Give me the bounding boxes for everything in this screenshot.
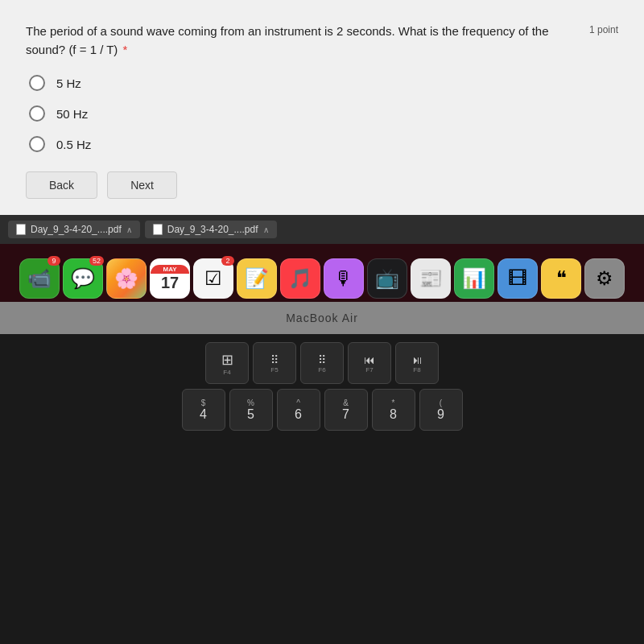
key-6[interactable]: ^ 6 xyxy=(277,389,320,431)
browser-bar: Day_9_3-4-20_....pdf ∧ Day_9_3-4-20_....… xyxy=(0,215,644,244)
doc-icon-1 xyxy=(16,224,26,235)
key-4[interactable]: $ 4 xyxy=(182,389,225,431)
browser-tab-1[interactable]: Day_9_3-4-20_....pdf ∧ xyxy=(8,221,140,238)
dock-icon-numbers[interactable]: 📊 xyxy=(454,258,494,299)
macbook-label: MacBook Air xyxy=(0,302,644,334)
dock-icon-settings[interactable]: ⚙ xyxy=(584,258,625,299)
nav-buttons: Back Next xyxy=(26,171,618,199)
key-f8[interactable]: ⏯ F8 xyxy=(395,342,439,384)
required-marker: * xyxy=(119,43,127,56)
keyboard-row-numbers: $ 4 % 5 ^ 6 & 7 * 8 ( 9 xyxy=(0,389,644,431)
macbook-text: MacBook Air xyxy=(286,312,358,324)
dock-icon-news[interactable]: 📰 xyxy=(411,258,451,299)
question-body: The period of a sound wave coming from a… xyxy=(26,24,549,56)
option-item-1[interactable]: 5 Hz xyxy=(29,75,618,91)
tab-caret-1: ∧ xyxy=(126,225,132,234)
key-f7[interactable]: ⏮ F7 xyxy=(348,342,391,384)
key-9[interactable]: ( 9 xyxy=(419,389,463,431)
dock-icon-podcasts[interactable]: 🎙 xyxy=(324,258,364,299)
radio-option-1[interactable] xyxy=(29,75,45,91)
key-f4[interactable]: ⊞ F4 xyxy=(205,342,249,384)
option-item-3[interactable]: 0.5 Hz xyxy=(29,136,618,152)
key-f5[interactable]: ⠿ F5 xyxy=(253,342,296,384)
back-button[interactable]: Back xyxy=(26,171,97,199)
dock-icon-quotes[interactable]: ❝ xyxy=(541,258,581,299)
tab-label-2: Day_9_3-4-20_....pdf xyxy=(167,224,258,235)
dock-icon-appletv[interactable]: 📺 xyxy=(367,258,407,299)
question-text: The period of a sound wave coming from a… xyxy=(26,23,573,59)
badge-messages: 52 xyxy=(89,256,104,266)
key-8[interactable]: * 8 xyxy=(372,389,415,431)
options-list: 5 Hz 50 Hz 0.5 Hz xyxy=(29,75,618,152)
dock: 📹9💬52🌸MAY17☑2📝🎵🎙📺📰📊🎞❝⚙ xyxy=(0,244,644,302)
points-badge: 1 point xyxy=(589,24,618,35)
dock-icon-calendar[interactable]: MAY17 xyxy=(150,258,190,299)
quiz-card: The period of a sound wave coming from a… xyxy=(0,0,644,215)
dock-icon-facetime[interactable]: 📹9 xyxy=(19,258,60,299)
dock-icon-keynote[interactable]: 🎞 xyxy=(497,258,538,299)
browser-tab-2[interactable]: Day_9_3-4-20_....pdf ∧ xyxy=(145,221,277,238)
keyboard-row-fn: ⊞ F4 ⠿ F5 ⠿ F6 ⏮ F7 ⏯ F8 xyxy=(0,342,644,384)
option-label-2: 50 Hz xyxy=(56,107,88,121)
option-label-1: 5 Hz xyxy=(56,76,81,90)
option-item-2[interactable]: 50 Hz xyxy=(29,105,618,122)
option-label-3: 0.5 Hz xyxy=(56,138,91,151)
badge-facetime: 9 xyxy=(47,256,60,266)
doc-icon-2 xyxy=(153,224,163,235)
dock-icon-notes[interactable]: 📝 xyxy=(237,258,277,299)
next-button[interactable]: Next xyxy=(107,171,177,199)
question-header: The period of a sound wave coming from a… xyxy=(26,23,618,59)
dock-icon-music[interactable]: 🎵 xyxy=(280,258,320,299)
radio-option-3[interactable] xyxy=(29,136,45,152)
key-f6[interactable]: ⠿ F6 xyxy=(300,342,344,384)
keyboard: ⊞ F4 ⠿ F5 ⠿ F6 ⏮ F7 ⏯ F8 $ 4 % 5 ^ xyxy=(0,334,644,431)
key-5[interactable]: % 5 xyxy=(229,389,273,431)
dock-icon-photos[interactable]: 🌸 xyxy=(106,258,147,299)
badge-reminders: 2 xyxy=(221,256,234,266)
tab-label-1: Day_9_3-4-20_....pdf xyxy=(31,224,122,235)
key-7[interactable]: & 7 xyxy=(324,389,368,431)
tab-caret-2: ∧ xyxy=(263,225,269,234)
dock-icon-messages[interactable]: 💬52 xyxy=(63,258,103,299)
dock-icon-reminders[interactable]: ☑2 xyxy=(193,258,233,299)
radio-option-2[interactable] xyxy=(29,105,45,122)
